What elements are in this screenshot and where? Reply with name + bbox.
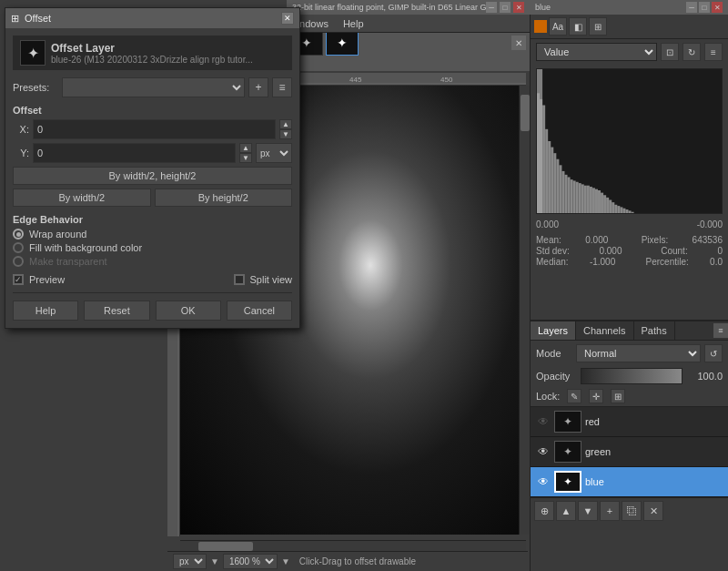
- svg-rect-26: [592, 188, 595, 213]
- hist-expand-btn[interactable]: ⊡: [661, 43, 679, 61]
- ok-btn[interactable]: OK: [156, 301, 221, 321]
- opacity-value: 100.0: [686, 371, 723, 382]
- lock-alpha-icon[interactable]: ⊞: [611, 389, 625, 403]
- radio-fill-row[interactable]: Fill with background color: [13, 242, 292, 253]
- menu-help[interactable]: Help: [336, 16, 371, 31]
- svg-rect-37: [622, 209, 625, 213]
- presets-select[interactable]: [62, 77, 245, 97]
- opacity-slider[interactable]: [581, 368, 682, 384]
- thumb-2[interactable]: ✦: [326, 30, 359, 56]
- layers-toolbar: ⊕ ▲ ▼ + ⿻ ✕: [531, 497, 728, 524]
- zoom-select[interactable]: 1600 %: [223, 554, 278, 569]
- dialog-title: ⊞ Offset: [11, 13, 51, 25]
- mode-select[interactable]: Normal: [576, 344, 701, 362]
- right-minimize-button[interactable]: ─: [686, 2, 697, 13]
- opacity-row: Opacity 100.0: [531, 366, 728, 386]
- svg-rect-23: [584, 186, 587, 213]
- layer-item-red[interactable]: 👁 ✦ red: [531, 407, 728, 437]
- layer-eye-blue[interactable]: 👁: [536, 474, 551, 489]
- radio-wrap-label: Wrap around: [29, 229, 86, 240]
- svg-rect-21: [579, 183, 581, 213]
- minimize-button[interactable]: ─: [486, 2, 497, 13]
- by-height-btn[interactable]: By height/2: [155, 189, 293, 207]
- svg-rect-34: [614, 205, 617, 213]
- svg-rect-20: [576, 182, 579, 213]
- close-button[interactable]: ✕: [513, 2, 524, 13]
- mode-cycle-btn[interactable]: ↺: [704, 344, 723, 362]
- duplicate-layer-btn[interactable]: ⿻: [622, 501, 642, 521]
- lower-layer-btn[interactable]: ▼: [578, 501, 598, 521]
- x-input[interactable]: [33, 119, 276, 139]
- y-up-btn[interactable]: ▲: [239, 143, 252, 153]
- cancel-btn[interactable]: Cancel: [227, 301, 292, 321]
- dialog-close-btn[interactable]: ✕: [281, 12, 294, 25]
- channel-select[interactable]: Value: [536, 43, 657, 61]
- tab-channels[interactable]: Channels: [576, 321, 633, 340]
- reset-btn[interactable]: Reset: [84, 301, 149, 321]
- maximize-button[interactable]: □: [500, 2, 511, 13]
- svg-rect-9: [545, 129, 548, 213]
- by-width-height-btn[interactable]: By width/2, height/2: [13, 167, 292, 185]
- close-thumb-btn[interactable]: ✕: [511, 36, 526, 50]
- new-layer-btn[interactable]: +: [600, 501, 620, 521]
- y-spinner: ▲ ▼: [239, 143, 252, 163]
- dialog-body: ✦ Offset Layer blue-26 (M13 20200312 3xD…: [5, 28, 299, 328]
- stddev-val: 0.000: [599, 246, 622, 256]
- layer-item-green[interactable]: 👁 ✦ green: [531, 437, 728, 467]
- raise-layer-btn[interactable]: ▲: [556, 501, 576, 521]
- tool-icon-3[interactable]: ◧: [569, 17, 587, 36]
- new-layer-from-visible-btn[interactable]: ⊕: [534, 501, 554, 521]
- tab-layers[interactable]: Layers: [531, 321, 576, 340]
- layer-sub-text: blue-26 (M13 20200312 3xDrizzle align rg…: [51, 55, 253, 65]
- delete-layer-btn[interactable]: ✕: [643, 501, 663, 521]
- radio-wrap-row[interactable]: Wrap around: [13, 229, 292, 240]
- x-up-btn[interactable]: ▲: [279, 119, 292, 129]
- panel-menu-btn[interactable]: ≡: [713, 323, 728, 338]
- x-down-btn[interactable]: ▼: [279, 129, 292, 139]
- presets-add-btn[interactable]: +: [248, 77, 268, 97]
- svg-rect-32: [609, 200, 612, 213]
- dialog-buttons: Help Reset OK Cancel: [13, 292, 292, 321]
- layer-list: 👁 ✦ red 👁 ✦ green 👁: [531, 407, 728, 497]
- radio-fill-dot[interactable]: [13, 242, 24, 253]
- lock-pixels-icon[interactable]: ✎: [567, 389, 581, 403]
- lock-position-icon[interactable]: ✛: [589, 389, 603, 403]
- layer-item-blue[interactable]: 👁 ✦ blue: [531, 467, 728, 497]
- hist-refresh-btn[interactable]: ↻: [682, 43, 701, 61]
- lock-label: Lock:: [536, 391, 560, 402]
- hist-menu-btn[interactable]: ≡: [704, 43, 723, 61]
- scrollbar-horizontal[interactable]: [180, 540, 526, 551]
- radio-wrap-dot[interactable]: [13, 229, 24, 240]
- tool-icon-4[interactable]: ⊞: [589, 17, 607, 36]
- unit-select-offset[interactable]: px: [256, 143, 292, 163]
- right-close-button[interactable]: ✕: [712, 2, 723, 13]
- quick-btn-row-1: By width/2, height/2: [13, 167, 292, 185]
- gimp-background: 32-bit linear floating point, GIMP built…: [0, 0, 728, 571]
- preview-checkbox[interactable]: ✓: [13, 274, 24, 285]
- split-view-checkbox[interactable]: [234, 274, 245, 285]
- help-btn[interactable]: Help: [13, 301, 78, 321]
- radio-transparent-row[interactable]: Make transparent: [13, 256, 292, 267]
- layer-eye-red[interactable]: 👁: [536, 414, 551, 429]
- tab-paths[interactable]: Paths: [634, 321, 675, 340]
- offset-section: Offset X: ▲ ▼ Y: ▲ ▼: [13, 105, 292, 163]
- svg-rect-16: [564, 175, 567, 213]
- tool-icon-2[interactable]: Aa: [549, 17, 567, 36]
- layer-name-header: ✦ Offset Layer blue-26 (M13 20200312 3xD…: [13, 36, 292, 70]
- right-maximize-button[interactable]: □: [699, 2, 710, 13]
- pixels-label: Pixels:: [642, 235, 668, 245]
- color-icon[interactable]: [534, 20, 547, 33]
- layer-eye-green[interactable]: 👁: [536, 444, 551, 459]
- scrollbar-vertical[interactable]: [519, 86, 530, 535]
- by-width-btn[interactable]: By width/2: [13, 189, 151, 207]
- unit-select[interactable]: px: [173, 554, 207, 569]
- split-view-row: Split view: [234, 274, 292, 285]
- zoom-expand-icon: ▼: [281, 556, 290, 566]
- presets-menu-btn[interactable]: ≡: [272, 77, 292, 97]
- y-down-btn[interactable]: ▼: [239, 153, 252, 163]
- radio-transparent-dot[interactable]: [13, 256, 24, 267]
- zoom-indicator: ▼: [210, 556, 219, 566]
- y-input[interactable]: [33, 143, 236, 163]
- svg-rect-39: [628, 210, 631, 213]
- layer-name-blue: blue: [585, 476, 723, 487]
